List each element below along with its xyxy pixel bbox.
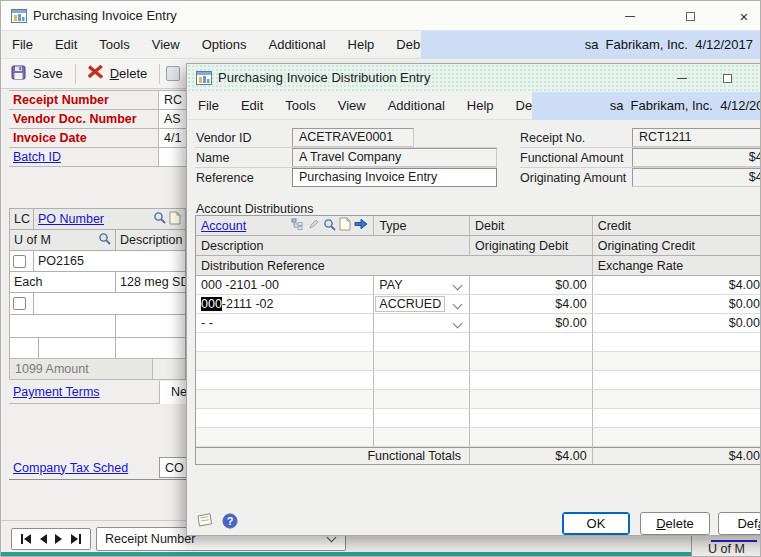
grid-header-row1: LC PO Number xyxy=(9,208,186,230)
delete-button[interactable]: Delete xyxy=(78,61,158,87)
account-hierarchy-icon[interactable] xyxy=(291,218,305,233)
close-button[interactable]: × xyxy=(727,1,761,31)
account-cell[interactable]: 000 -2101 -00 xyxy=(196,276,373,294)
menu-edit[interactable]: Edit xyxy=(44,31,88,59)
batch-id-link[interactable]: Batch ID xyxy=(13,150,61,164)
credit-header: Credit xyxy=(592,216,761,235)
distribution-row[interactable]: 000 -2111 -02 ACCRUED $4.00 $0.00 xyxy=(196,295,761,314)
browse-previous-button[interactable] xyxy=(40,534,47,544)
lc-checkbox[interactable] xyxy=(13,297,26,310)
lookup-icon[interactable] xyxy=(98,232,111,248)
expand-arrow-icon[interactable] xyxy=(354,218,368,233)
default-button[interactable]: Default xyxy=(718,512,761,535)
toolbar-separator xyxy=(75,64,76,84)
uofm-desc-row[interactable]: Each 128 meg SDR xyxy=(9,272,186,293)
lc-checkbox[interactable] xyxy=(13,255,26,268)
type-dropdown[interactable]: ACCRUED xyxy=(373,295,469,313)
dialog-menubar: FileEditToolsViewAdditionalHelpDebug sa … xyxy=(187,92,761,120)
po-row[interactable]: PO2165 xyxy=(9,251,186,272)
lookup-icon[interactable] xyxy=(153,211,166,227)
browse-first-button[interactable] xyxy=(21,534,31,544)
notes-icon[interactable] xyxy=(195,512,214,532)
company-tax-field[interactable]: CO xyxy=(159,457,186,478)
table-header-row3: Distribution Reference Exchange Rate xyxy=(196,256,761,276)
debit-cell[interactable]: $0.00 xyxy=(469,314,592,332)
dialog-delete-button[interactable]: Delete xyxy=(640,512,710,535)
account-distributions-label: Account Distributions xyxy=(196,202,313,216)
reference-field[interactable]: Purchasing Invoice Entry xyxy=(292,168,497,187)
empty-distribution-row[interactable] xyxy=(196,428,761,447)
po-number-cell[interactable] xyxy=(33,293,185,314)
receipt-no-field: RCT1211 xyxy=(632,128,761,147)
ok-button[interactable]: OK xyxy=(562,512,630,535)
type-dropdown[interactable] xyxy=(373,314,469,332)
company-tax-link[interactable]: Company Tax Sched xyxy=(13,461,128,475)
menu-tools[interactable]: Tools xyxy=(88,31,140,59)
menu-help[interactable]: Help xyxy=(337,31,386,59)
browse-next-button[interactable] xyxy=(55,534,62,544)
type-dropdown[interactable]: PAY xyxy=(373,276,469,294)
empty-row[interactable] xyxy=(9,338,186,359)
browse-last-button[interactable] xyxy=(71,534,81,544)
dialog-menu-file[interactable]: File xyxy=(187,92,230,120)
save-button[interactable]: Save xyxy=(1,61,73,87)
distribution-row[interactable]: - - $0.00 $0.00 xyxy=(196,314,761,333)
receipt-number-field[interactable]: RC xyxy=(158,91,186,109)
batch-id-field[interactable] xyxy=(158,148,186,166)
help-icon[interactable]: ? xyxy=(222,513,238,532)
dialog-menu-additional[interactable]: Additional xyxy=(377,92,456,120)
dialog-footer-icons: ? xyxy=(195,512,238,532)
delete-label: Delete xyxy=(110,66,148,81)
credit-cell[interactable]: $0.00 xyxy=(592,295,761,313)
maximize-button[interactable] xyxy=(673,1,707,31)
note-icon[interactable] xyxy=(169,211,181,228)
empty-po-row[interactable] xyxy=(9,293,186,315)
debit-cell[interactable]: $4.00 xyxy=(469,295,592,313)
dialog-menu-view[interactable]: View xyxy=(327,92,377,120)
amount-1099-row: 1099 Amount xyxy=(9,358,186,380)
po-number-cell[interactable]: PO2165 xyxy=(33,251,185,271)
svg-text:?: ? xyxy=(227,515,234,527)
account-link[interactable]: Account xyxy=(201,219,246,233)
payment-terms-field[interactable]: Ne xyxy=(159,381,186,404)
credit-cell[interactable]: $4.00 xyxy=(592,276,761,294)
description-header: Description xyxy=(115,230,185,250)
empty-distribution-row[interactable] xyxy=(196,409,761,428)
dist-reference-header: Distribution Reference xyxy=(196,256,592,275)
dialog-menu-help[interactable]: Help xyxy=(456,92,505,120)
dialog-menu-tools[interactable]: Tools xyxy=(274,92,326,120)
lookup-icon[interactable] xyxy=(323,218,336,234)
table-header-row1: Account Type Debit Credit xyxy=(196,216,761,236)
account-cell[interactable]: 000 -2111 -02 xyxy=(196,295,373,313)
dialog-maximize-button[interactable] xyxy=(710,64,744,92)
orig-debit-header: Originating Debit xyxy=(469,236,592,255)
description-cell[interactable]: 128 meg SDR xyxy=(115,272,185,292)
invoice-date-field[interactable]: 4/1 xyxy=(158,129,186,147)
account-cell[interactable]: - - xyxy=(196,314,373,332)
dialog-menu-edit[interactable]: Edit xyxy=(230,92,274,120)
reference-label: Reference xyxy=(196,168,254,188)
empty-distribution-row[interactable] xyxy=(196,390,761,409)
menu-view[interactable]: View xyxy=(141,31,191,59)
debit-cell[interactable]: $0.00 xyxy=(469,276,592,294)
menu-additional[interactable]: Additional xyxy=(257,31,336,59)
empty-distribution-row[interactable] xyxy=(196,371,761,390)
receipt-number-row: Receipt Number RC xyxy=(9,91,186,110)
dialog-minimize-button[interactable] xyxy=(665,64,699,92)
distribution-row[interactable]: 000 -2101 -00 PAY $0.00 $4.00 xyxy=(196,276,761,295)
main-menubar: FileEditToolsViewOptionsAdditionalHelpDe… xyxy=(1,31,760,59)
note-icon[interactable] xyxy=(339,217,351,234)
po-number-link[interactable]: PO Number xyxy=(38,212,104,226)
menu-options[interactable]: Options xyxy=(191,31,258,59)
minimize-button[interactable] xyxy=(613,1,647,31)
empty-distribution-row[interactable] xyxy=(196,352,761,371)
po-line-grid: LC PO Number U of M Description PO2165 E… xyxy=(9,208,186,359)
print-icon[interactable] xyxy=(166,66,180,81)
credit-cell[interactable]: $0.00 xyxy=(592,314,761,332)
empty-row[interactable] xyxy=(9,315,186,338)
vendor-doc-field[interactable]: AS xyxy=(158,110,186,128)
payment-terms-link[interactable]: Payment Terms xyxy=(13,385,100,399)
empty-distribution-row[interactable] xyxy=(196,333,761,352)
uofm-cell[interactable]: Each xyxy=(10,272,115,292)
menu-file[interactable]: File xyxy=(1,31,44,59)
